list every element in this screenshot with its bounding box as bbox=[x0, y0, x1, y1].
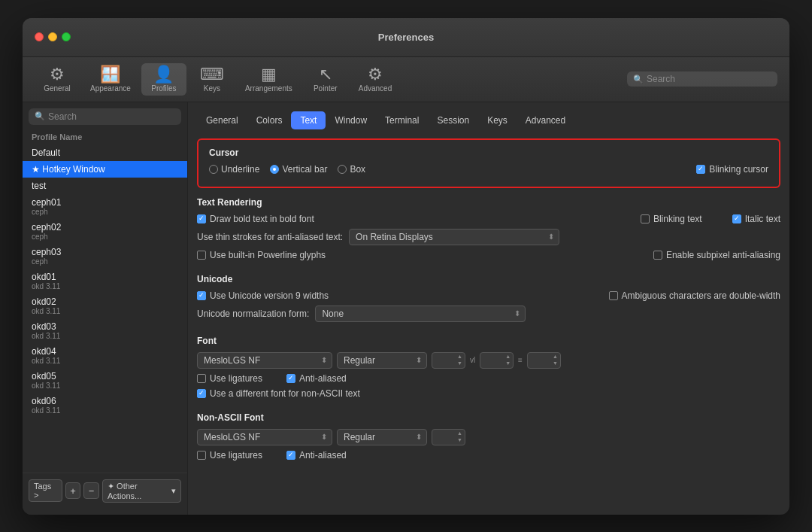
profile-item-ceph03[interactable]: ceph03ceph bbox=[23, 244, 187, 269]
profile-item-hotkey-window[interactable]: ★ Hotkey Window bbox=[23, 161, 187, 178]
font-size-up[interactable]: ▲ bbox=[457, 354, 462, 360]
hline-input[interactable]: 100 ▲ ▼ bbox=[527, 352, 561, 369]
cursor-underline-radio[interactable] bbox=[209, 165, 218, 174]
other-actions-button[interactable]: ✦ Other Actions... ▾ bbox=[102, 479, 181, 503]
tab-general[interactable]: General bbox=[197, 111, 247, 129]
profile-item-default[interactable]: Default bbox=[23, 144, 187, 161]
toolbar-item-keys[interactable]: ⌨ Keys bbox=[189, 63, 235, 96]
tab-window[interactable]: Window bbox=[326, 111, 376, 129]
nonascii-antialiased-item[interactable]: Anti-aliased bbox=[286, 450, 347, 461]
profile-sub: okd 3.11 bbox=[32, 332, 178, 340]
profile-item-ceph01[interactable]: ceph01ceph bbox=[23, 194, 187, 219]
nonascii-size-input[interactable]: 15 ▲ ▼ bbox=[432, 429, 465, 445]
profile-item-okd05[interactable]: okd05okd 3.11 bbox=[23, 368, 187, 393]
maximize-button[interactable] bbox=[62, 32, 71, 41]
cursor-box-radio[interactable] bbox=[338, 165, 347, 174]
profile-name: okd04 bbox=[32, 346, 178, 357]
cursor-underline-option[interactable]: Underline bbox=[209, 164, 259, 175]
nonascii-size-down[interactable]: ▼ bbox=[457, 437, 462, 443]
profile-item-test[interactable]: test bbox=[23, 178, 187, 194]
profile-name: okd01 bbox=[32, 272, 178, 282]
version9-checkbox[interactable] bbox=[197, 291, 206, 300]
blinking-text-item[interactable]: Blinking text bbox=[641, 214, 702, 224]
nonascii-family-dropdown[interactable]: MesloLGS NF ⬍ bbox=[197, 429, 332, 445]
ligatures-item[interactable]: Use ligatures bbox=[197, 373, 262, 384]
ligatures-checkbox[interactable] bbox=[197, 374, 206, 383]
vl-value[interactable]: 100 bbox=[480, 353, 503, 368]
remove-profile-button[interactable]: − bbox=[83, 482, 99, 499]
toolbar-search[interactable]: 🔍 bbox=[627, 71, 777, 87]
vl-down[interactable]: ▼ bbox=[505, 360, 511, 366]
nonascii-size-arrows[interactable]: ▲ ▼ bbox=[455, 430, 465, 444]
font-size-arrows[interactable]: ▲ ▼ bbox=[455, 353, 465, 367]
version9-item[interactable]: Use Unicode version 9 widths bbox=[197, 290, 329, 301]
ambiguous-checkbox[interactable] bbox=[609, 291, 618, 300]
nonascii-size-value[interactable]: 15 bbox=[432, 430, 455, 445]
toolbar-item-arrangements[interactable]: ▦ Arrangements bbox=[238, 63, 300, 96]
tab-colors[interactable]: Colors bbox=[247, 111, 292, 129]
tags-button[interactable]: Tags > bbox=[29, 479, 62, 502]
toolbar-item-pointer[interactable]: ↖ Pointer bbox=[303, 63, 348, 96]
hline-up[interactable]: ▲ bbox=[553, 354, 558, 360]
hline-arrows[interactable]: ▲ ▼ bbox=[550, 353, 560, 367]
diff-font-checkbox[interactable] bbox=[197, 389, 206, 398]
tab-terminal[interactable]: Terminal bbox=[376, 111, 428, 129]
tab-text[interactable]: Text bbox=[291, 111, 326, 129]
tab-keys[interactable]: Keys bbox=[478, 111, 517, 129]
toolbar-search-input[interactable] bbox=[647, 74, 771, 84]
nonascii-style-dropdown[interactable]: Regular ⬍ bbox=[337, 429, 427, 445]
antialiased-item[interactable]: Anti-aliased bbox=[286, 373, 347, 384]
profile-item-okd01[interactable]: okd01okd 3.11 bbox=[23, 269, 187, 293]
nonascii-antialiased-checkbox[interactable] bbox=[286, 451, 295, 460]
profile-item-okd03[interactable]: okd03okd 3.11 bbox=[23, 318, 187, 343]
cursor-vbar-radio[interactable] bbox=[270, 165, 279, 174]
minimize-button[interactable] bbox=[48, 32, 57, 41]
thin-strokes-dropdown[interactable]: On Retina Displays ⬍ bbox=[349, 229, 559, 245]
subpixel-item[interactable]: Enable subpixel anti-aliasing bbox=[653, 250, 780, 260]
cursor-vbar-option[interactable]: Vertical bar bbox=[270, 164, 327, 175]
vl-up[interactable]: ▲ bbox=[505, 354, 511, 360]
add-profile-button[interactable]: + bbox=[65, 482, 81, 499]
close-button[interactable] bbox=[35, 32, 44, 41]
nonascii-ligatures-item[interactable]: Use ligatures bbox=[197, 450, 262, 461]
diff-font-item[interactable]: Use a different font for non-ASCII text bbox=[197, 388, 360, 399]
font-size-input[interactable]: 15 ▲ ▼ bbox=[432, 352, 465, 369]
draw-bold-checkbox[interactable] bbox=[197, 214, 206, 223]
sidebar-search[interactable]: 🔍 bbox=[29, 108, 181, 125]
blinking-cursor-checkbox[interactable] bbox=[696, 165, 705, 174]
norm-form-dropdown[interactable]: None ⬍ bbox=[315, 306, 526, 322]
profile-item-ceph02[interactable]: ceph02ceph bbox=[23, 219, 187, 244]
profile-name: ceph01 bbox=[32, 197, 178, 208]
hline-down[interactable]: ▼ bbox=[553, 360, 558, 366]
profile-item-okd02[interactable]: okd02okd 3.11 bbox=[23, 293, 187, 318]
profile-item-okd04[interactable]: okd04okd 3.11 bbox=[23, 343, 187, 368]
blinking-cursor-checkbox-item[interactable]: Blinking cursor bbox=[696, 164, 768, 175]
tab-session[interactable]: Session bbox=[428, 111, 478, 129]
cursor-box-option[interactable]: Box bbox=[338, 164, 365, 175]
font-style-dropdown[interactable]: Regular ⬍ bbox=[337, 352, 427, 369]
antialiased-checkbox[interactable] bbox=[286, 374, 295, 383]
subpixel-checkbox[interactable] bbox=[653, 251, 662, 260]
toolbar-item-appearance[interactable]: 🪟 Appearance bbox=[83, 63, 138, 96]
toolbar-item-profiles[interactable]: 👤 Profiles bbox=[141, 63, 186, 96]
sidebar-search-input[interactable] bbox=[48, 111, 175, 122]
vl-arrows[interactable]: ▲ ▼ bbox=[503, 353, 513, 367]
powerline-item[interactable]: Use built-in Powerline glyphs bbox=[197, 250, 326, 260]
powerline-checkbox[interactable] bbox=[197, 251, 206, 260]
toolbar-item-general[interactable]: ⚙ General bbox=[35, 63, 80, 96]
profile-item-okd06[interactable]: okd06okd 3.11 bbox=[23, 393, 187, 418]
italic-text-checkbox[interactable] bbox=[732, 214, 741, 223]
vl-input[interactable]: 100 ▲ ▼ bbox=[480, 352, 514, 369]
font-size-value[interactable]: 15 bbox=[432, 353, 455, 368]
nonascii-ligatures-checkbox[interactable] bbox=[197, 451, 206, 460]
blinking-text-checkbox[interactable] bbox=[641, 214, 650, 223]
nonascii-size-up[interactable]: ▲ bbox=[457, 430, 462, 436]
font-size-down[interactable]: ▼ bbox=[457, 360, 462, 366]
tab-advanced[interactable]: Advanced bbox=[517, 111, 574, 129]
ambiguous-item[interactable]: Ambiguous characters are double-width bbox=[609, 290, 780, 301]
italic-text-item[interactable]: Italic text bbox=[732, 214, 780, 224]
hline-value[interactable]: 100 bbox=[528, 353, 550, 368]
font-family-dropdown[interactable]: MesloLGS NF ⬍ bbox=[197, 352, 332, 369]
draw-bold-item[interactable]: Draw bold text in bold font bbox=[197, 214, 314, 224]
toolbar-item-advanced[interactable]: ⚙ Advanced bbox=[351, 63, 399, 96]
